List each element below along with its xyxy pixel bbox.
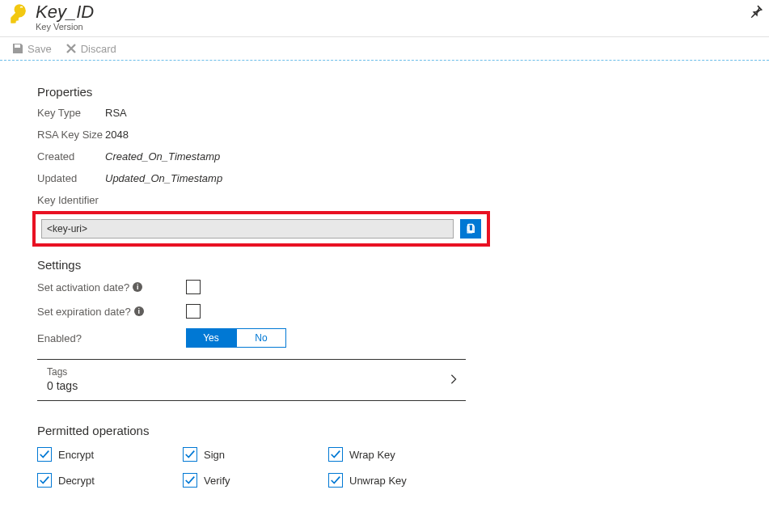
key-identifier-input[interactable] (41, 219, 454, 239)
perm-encrypt-checkbox[interactable] (37, 447, 52, 462)
save-icon (11, 42, 24, 55)
enabled-toggle: Yes No (186, 328, 286, 348)
perm-unwrapkey-checkbox[interactable] (328, 473, 343, 488)
perm-sign: Sign (183, 447, 328, 462)
save-button[interactable]: Save (11, 42, 52, 55)
prop-rsa-size: RSA Key Size 2048 (37, 129, 732, 141)
activation-checkbox[interactable] (186, 280, 201, 294)
prop-updated: Updated Updated_On_Timestamp (37, 172, 732, 184)
copy-button[interactable] (460, 219, 481, 239)
activation-row: Set activation date? i (37, 280, 732, 294)
tags-row[interactable]: Tags 0 tags (37, 360, 466, 401)
key-identifier-label: Key Identifier (37, 194, 732, 206)
perm-decrypt-checkbox[interactable] (37, 473, 52, 488)
discard-button[interactable]: Discard (65, 42, 116, 55)
enabled-no-button[interactable]: No (236, 328, 286, 348)
enabled-row: Enabled? Yes No (37, 328, 732, 348)
permitted-heading: Permitted operations (37, 424, 732, 437)
perm-wrapkey: Wrap Key (328, 447, 474, 462)
expiration-checkbox[interactable] (186, 304, 201, 319)
perm-verify: Verify (183, 473, 328, 488)
page-subtitle: Key Version (36, 22, 761, 32)
pin-icon[interactable] (750, 5, 763, 18)
page-header: Key_ID Key Version (0, 0, 769, 37)
enabled-yes-button[interactable]: Yes (186, 328, 236, 348)
perm-wrapkey-checkbox[interactable] (328, 447, 343, 462)
tags-count: 0 tags (47, 379, 78, 392)
info-icon[interactable]: i (134, 306, 144, 316)
expiration-label: Set expiration date? (37, 306, 131, 318)
info-icon[interactable]: i (133, 282, 142, 292)
toolbar: Save Discard (0, 37, 769, 61)
perm-sign-checkbox[interactable] (183, 447, 197, 462)
key-identifier-highlight (32, 211, 490, 247)
expiration-row: Set expiration date? i (37, 304, 732, 319)
settings-heading: Settings (37, 258, 732, 272)
key-icon (8, 3, 31, 26)
page-title: Key_ID (36, 3, 761, 21)
prop-key-type: Key Type RSA (37, 107, 732, 119)
copy-icon (465, 223, 476, 234)
perm-unwrapkey: Unwrap Key (328, 473, 474, 488)
discard-icon (65, 42, 78, 55)
perm-verify-checkbox[interactable] (183, 473, 197, 488)
perm-encrypt: Encrypt (37, 447, 183, 462)
properties-heading: Properties (37, 85, 732, 99)
permitted-grid: Encrypt Sign Wrap Key Decrypt Verify Unw… (37, 447, 732, 488)
perm-decrypt: Decrypt (37, 473, 183, 488)
chevron-right-icon (448, 374, 459, 385)
enabled-label: Enabled? (37, 332, 82, 344)
prop-created: Created Created_On_Timestamp (37, 150, 732, 163)
activation-label: Set activation date? (37, 281, 129, 293)
tags-title: Tags (47, 366, 78, 378)
